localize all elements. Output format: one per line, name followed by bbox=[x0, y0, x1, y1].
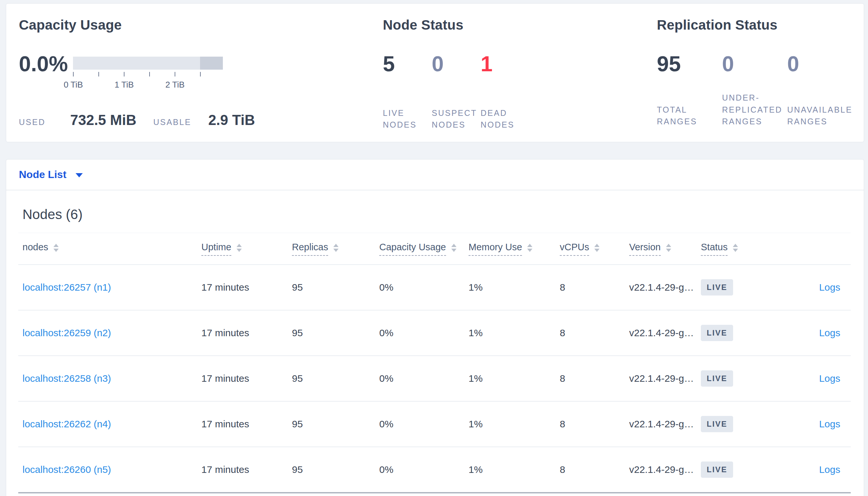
node-link[interactable]: localhost:26262 (n4) bbox=[23, 419, 201, 430]
sort-icon[interactable] bbox=[54, 244, 59, 252]
axis-tick bbox=[149, 72, 150, 77]
column-header[interactable]: Uptime bbox=[201, 242, 292, 256]
node-link[interactable]: localhost:26257 (n1) bbox=[23, 282, 201, 293]
dead-nodes-label: DEAD NODES bbox=[481, 107, 529, 131]
live-nodes-label: LIVE NODES bbox=[383, 107, 432, 131]
sort-desc-icon bbox=[666, 249, 671, 252]
sort-icon[interactable] bbox=[333, 244, 339, 252]
column-header[interactable] bbox=[776, 247, 840, 250]
axis-tick bbox=[99, 72, 99, 77]
status-cell: LIVE bbox=[701, 462, 776, 478]
status-cell: LIVE bbox=[701, 325, 776, 341]
sort-icon[interactable] bbox=[527, 244, 533, 252]
chevron-down-icon bbox=[76, 173, 83, 177]
logs-link[interactable]: Logs bbox=[776, 464, 840, 475]
status-badge: LIVE bbox=[701, 325, 733, 341]
live-nodes-value: 5 bbox=[383, 53, 432, 75]
node-list-panel: Node List Nodes (6) nodes Uptime Replica… bbox=[6, 159, 864, 496]
capacity-bar bbox=[73, 57, 223, 69]
sort-icon[interactable] bbox=[733, 244, 738, 252]
under-replicated-ranges-label: UNDER-REPLICATED RANGES bbox=[722, 92, 787, 127]
node-link[interactable]: localhost:26258 (n3) bbox=[23, 373, 201, 384]
axis-tick bbox=[175, 72, 175, 77]
axis-tick-label: 2 TiB bbox=[155, 80, 195, 90]
used-label: USED bbox=[19, 118, 45, 127]
column-header-label: Version bbox=[629, 242, 661, 256]
logs-link[interactable]: Logs bbox=[776, 327, 840, 339]
column-header[interactable]: Memory Use bbox=[468, 242, 560, 256]
column-header-label: Status bbox=[701, 242, 728, 256]
version-cell: v22.1.4-29-g… bbox=[629, 373, 701, 384]
replication-values: 95 0 0 bbox=[657, 53, 852, 75]
node-list-dropdown-label: Node List bbox=[19, 169, 66, 181]
table-row: localhost:26259 (n2) 17 minutes 95 0% 1%… bbox=[6, 310, 864, 355]
vcpus-cell: 8 bbox=[560, 327, 629, 339]
capacity-used-usable-row: USED 732.5 MiB USABLE 2.9 TiB bbox=[19, 112, 255, 128]
sort-desc-icon bbox=[733, 249, 738, 252]
node-status-labels: LIVE NODES SUSPECT NODES DEAD NODES bbox=[383, 107, 529, 131]
column-header-label: nodes bbox=[23, 242, 48, 256]
logs-link[interactable]: Logs bbox=[776, 419, 840, 430]
used-value: 732.5 MiB bbox=[70, 112, 136, 128]
sort-icon[interactable] bbox=[237, 244, 242, 252]
status-cell: LIVE bbox=[701, 370, 776, 387]
sort-asc-icon bbox=[451, 244, 457, 247]
capacity-usage-cell: 0% bbox=[379, 373, 468, 384]
capacity-usage-cell: 0% bbox=[379, 419, 468, 430]
node-link[interactable]: localhost:26259 (n2) bbox=[23, 327, 201, 339]
logs-link[interactable]: Logs bbox=[776, 282, 840, 293]
status-cell: LIVE bbox=[701, 279, 776, 295]
sort-desc-icon bbox=[594, 249, 599, 252]
axis-tick bbox=[124, 72, 124, 77]
column-header[interactable]: vCPUs bbox=[560, 242, 629, 256]
capacity-usage-title: Capacity Usage bbox=[19, 17, 122, 33]
replicas-cell: 95 bbox=[292, 419, 379, 430]
column-header[interactable]: Status bbox=[701, 242, 776, 256]
version-cell: v22.1.4-29-g… bbox=[629, 419, 701, 430]
column-header-label: Memory Use bbox=[468, 242, 522, 256]
column-header[interactable]: nodes bbox=[23, 242, 201, 256]
uptime-cell: 17 minutes bbox=[201, 464, 292, 475]
sort-desc-icon bbox=[451, 249, 457, 252]
sort-desc-icon bbox=[237, 249, 242, 252]
uptime-cell: 17 minutes bbox=[201, 419, 292, 430]
uptime-cell: 17 minutes bbox=[201, 327, 292, 339]
capacity-usage-cell: 0% bbox=[379, 464, 468, 475]
capacity-usage-cell: 0% bbox=[379, 327, 468, 339]
status-badge: LIVE bbox=[701, 462, 733, 478]
memory-use-cell: 1% bbox=[468, 373, 560, 384]
memory-use-cell: 1% bbox=[468, 419, 560, 430]
replicas-cell: 95 bbox=[292, 373, 379, 384]
node-status-values: 5 0 1 bbox=[383, 53, 529, 75]
sort-asc-icon bbox=[237, 244, 242, 247]
capacity-usage-cell: 0% bbox=[379, 282, 468, 293]
status-badge: LIVE bbox=[701, 279, 733, 295]
memory-use-cell: 1% bbox=[468, 464, 560, 475]
column-header[interactable]: Version bbox=[629, 242, 701, 256]
sort-icon[interactable] bbox=[666, 244, 671, 252]
vcpus-cell: 8 bbox=[560, 373, 629, 384]
vcpus-cell: 8 bbox=[560, 282, 629, 293]
node-link[interactable]: localhost:26260 (n5) bbox=[23, 464, 201, 475]
logs-link[interactable]: Logs bbox=[776, 373, 840, 384]
sort-icon[interactable] bbox=[451, 244, 457, 252]
vcpus-cell: 8 bbox=[560, 419, 629, 430]
sort-icon[interactable] bbox=[594, 244, 599, 252]
axis-tick bbox=[73, 72, 74, 77]
column-header-label: Replicas bbox=[292, 242, 328, 256]
replicas-cell: 95 bbox=[292, 327, 379, 339]
status-badge: LIVE bbox=[701, 416, 733, 432]
replicas-cell: 95 bbox=[292, 464, 379, 475]
table-row: localhost:26260 (n5) 17 minutes 95 0% 1%… bbox=[6, 447, 864, 492]
sort-asc-icon bbox=[594, 244, 599, 247]
column-header[interactable]: Replicas bbox=[292, 242, 379, 256]
node-list-dropdown[interactable]: Node List bbox=[6, 159, 864, 190]
node-status-title: Node Status bbox=[383, 17, 463, 33]
table-header-row: nodes Uptime Replicas Capacity Usage Mem… bbox=[6, 233, 864, 264]
sort-desc-icon bbox=[527, 249, 533, 252]
memory-use-cell: 1% bbox=[468, 327, 560, 339]
status-cell: LIVE bbox=[701, 416, 776, 432]
column-header[interactable]: Capacity Usage bbox=[379, 242, 468, 256]
table-row: localhost:26262 (n4) 17 minutes 95 0% 1%… bbox=[6, 402, 864, 447]
axis-tick-label: 1 TiB bbox=[105, 80, 144, 90]
